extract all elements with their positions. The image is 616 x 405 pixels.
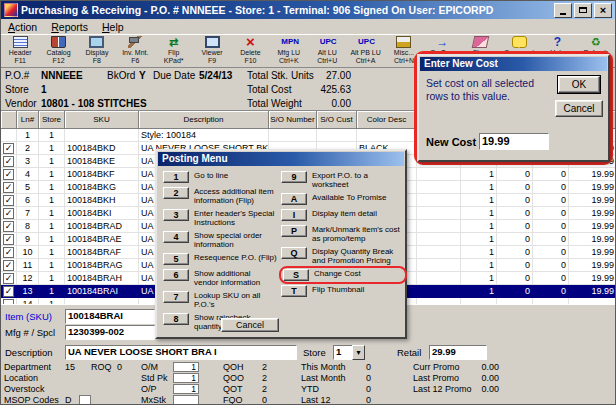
posting-menu-item-4[interactable]: 4Show special order information [163, 231, 277, 249]
item-sku-input[interactable]: 100184BRAI [65, 309, 155, 324]
menu-help[interactable]: Help [95, 21, 131, 33]
row-checkbox[interactable] [3, 260, 14, 271]
key-button-s[interactable]: S [283, 269, 309, 281]
key-button-8[interactable]: 8 [163, 313, 189, 325]
posting-menu-item-label: Flip Thumbnail [312, 285, 364, 295]
row-checkbox[interactable] [3, 182, 14, 193]
column-header[interactable]: SKU [65, 111, 139, 129]
mfg-spcl-input[interactable]: 1230399-002 [65, 325, 155, 340]
cancel-button[interactable]: Cancel [555, 100, 603, 117]
posting-menu-item-i[interactable]: IDisplay item detail [281, 209, 405, 221]
posting-menu-item-s[interactable]: SChange Cost [279, 266, 407, 284]
header-button[interactable]: HeaderF11 [1, 35, 39, 67]
description-input[interactable]: UA NEVER LOOSE SHORT BRA I [65, 345, 297, 360]
row-checkbox[interactable] [3, 286, 14, 297]
posting-menu-item-5[interactable]: 5Resequence P.O. (Flip) [163, 253, 277, 265]
key-button-4[interactable]: 4 [163, 231, 189, 243]
row-checkbox[interactable] [3, 273, 14, 284]
stat-field[interactable] [173, 395, 199, 405]
stat-field[interactable]: 1 [173, 373, 199, 383]
posting-menu-item-q[interactable]: QDisplay Quantity Break and Promotion Pr… [281, 247, 405, 265]
catalog-button[interactable]: CatalogF12 [39, 35, 77, 67]
row-checkbox[interactable] [3, 208, 14, 219]
viewer-button[interactable]: ViewerF9 [193, 35, 231, 67]
column-header[interactable]: S/O Cust [317, 111, 357, 129]
column-header[interactable]: S/O Number [269, 111, 317, 129]
menu-action[interactable]: Action [1, 21, 44, 33]
cell-ln: 11 [17, 259, 39, 272]
stat-field[interactable] [79, 395, 91, 405]
toolbar-label: Mfg LU [270, 49, 308, 57]
key-button-p[interactable]: P [281, 225, 307, 237]
posting-menu-item-3[interactable]: 3Enter header's Special Instructions [163, 209, 277, 227]
posting-menu-cancel-button[interactable]: Cancel [221, 318, 279, 332]
misc-icon [396, 36, 411, 48]
inv-mnt-button[interactable]: Inv. Mnt.F6 [116, 35, 154, 67]
column-header[interactable]: Ln# [17, 111, 39, 129]
key-button-6[interactable]: 6 [163, 269, 189, 281]
column-header[interactable] [1, 111, 17, 129]
retail-input[interactable]: 29.99 [429, 345, 487, 360]
cell-ln: 4 [17, 168, 39, 181]
stat-field[interactable]: 1 [173, 362, 199, 372]
window-title: Purchasing & Receiving - P.O. # NNNEEE -… [21, 4, 551, 16]
vendor-value[interactable]: 10801 - 108 STITCHES [41, 98, 147, 109]
posting-menu-item-a[interactable]: AAvailable To Promise [281, 193, 405, 205]
key-button-i[interactable]: I [281, 209, 307, 221]
ok-button[interactable]: OK [558, 76, 600, 93]
delete-button[interactable]: DeleteF10 [231, 35, 269, 67]
stat-label: Curr Promo [413, 362, 460, 372]
key-button-q[interactable]: Q [281, 247, 307, 259]
posting-menu-item-7[interactable]: 7Lookup SKU on all P.O.'s [163, 291, 277, 309]
posting-menu-item-t[interactable]: TFlip Thumbnail [281, 285, 405, 297]
cell-sku: 100184BKH [65, 194, 139, 207]
key-button-a[interactable]: A [281, 193, 307, 205]
key-button-5[interactable]: 5 [163, 253, 189, 265]
row-checkbox[interactable] [3, 169, 14, 180]
row-checkbox[interactable] [3, 234, 14, 245]
posting-menu-item-label: Export P.O. to a worksheet [312, 171, 405, 189]
row-checkbox[interactable] [3, 247, 14, 258]
close-icon[interactable]: × [594, 3, 612, 18]
cell-ln: 8 [17, 220, 39, 233]
key-button-t[interactable]: T [281, 285, 307, 297]
stat-label: Last Promo [413, 373, 459, 383]
store-value[interactable]: 1 [41, 84, 47, 95]
row-checkbox[interactable] [3, 195, 14, 206]
posting-menu-item-6[interactable]: 6Show additional vendor information [163, 269, 277, 287]
column-header[interactable]: Store [39, 111, 65, 129]
key-button-2[interactable]: 2 [163, 187, 189, 199]
flip-button[interactable]: FlipKPad* [155, 35, 193, 67]
chevron-down-icon[interactable]: ▾ [352, 345, 365, 360]
upc-alt-lu-button[interactable]: UPCAlt LUCtrl+U [308, 35, 346, 67]
column-header[interactable]: Description [139, 111, 269, 129]
display-button[interactable]: DisplayF8 [78, 35, 116, 67]
key-button-1[interactable]: 1 [163, 171, 189, 183]
upc-alt-pb-lu-button[interactable]: UPCAlt PB LUCtrl+A [346, 35, 384, 67]
maximize-icon[interactable] [574, 3, 592, 18]
mpn-mfg-lu-button[interactable]: MPNMfg LUCtrl+K [270, 35, 308, 67]
stat-value: 15 [65, 362, 75, 372]
po-number-value[interactable]: NNNEEE [41, 70, 83, 81]
new-cost-input[interactable]: 19.99 [479, 133, 549, 150]
key-button-7[interactable]: 7 [163, 291, 189, 303]
stat-field[interactable]: 1 [173, 384, 199, 394]
item-sku-label[interactable]: Item (SKU) [5, 311, 52, 322]
cell-n3: 0 [533, 220, 569, 233]
column-header[interactable]: Color Desc [357, 111, 417, 129]
posting-menu-item-label: Resequence P.O. (Flip) [194, 253, 277, 263]
bkord-value[interactable]: Y [139, 70, 146, 81]
row-checkbox[interactable] [3, 143, 14, 154]
cell-store: 1 [39, 207, 65, 220]
key-button-3[interactable]: 3 [163, 209, 189, 221]
key-button-9[interactable]: 9 [281, 171, 307, 183]
menu-reports[interactable]: Reports [44, 21, 95, 33]
minimize-icon[interactable] [554, 3, 572, 18]
due-date-value[interactable]: 5/24/13 [199, 70, 232, 81]
row-checkbox[interactable] [3, 156, 14, 167]
posting-menu-item-2[interactable]: 2Access additional item information (Fli… [163, 187, 277, 205]
posting-menu-item-p[interactable]: PMark/Unmark item's cost as promo/temp [281, 225, 405, 243]
row-checkbox[interactable] [3, 221, 14, 232]
posting-menu-item-1[interactable]: 1Go to line [163, 171, 277, 183]
posting-menu-item-9[interactable]: 9Export P.O. to a worksheet [281, 171, 405, 189]
